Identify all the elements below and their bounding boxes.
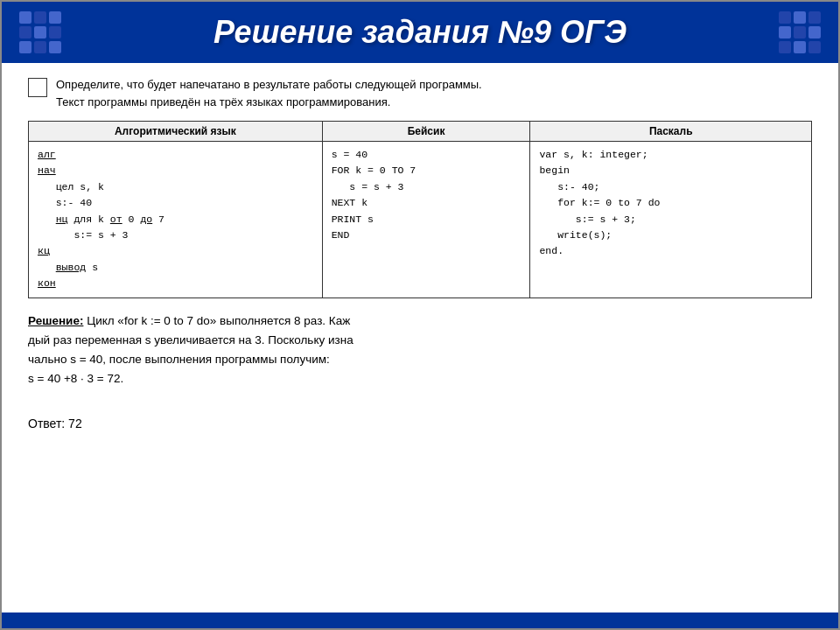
code-row: алг нач цел s, k s:- 40 нц для k от 0 до…	[29, 142, 812, 298]
code-line: нач	[38, 163, 313, 178]
code-line: END	[332, 228, 522, 243]
header: Решение задания №9 ОГЭ	[2, 2, 838, 63]
col1-header: Алгоритмический язык	[29, 122, 323, 142]
dot	[49, 26, 61, 38]
task-checkbox	[28, 78, 47, 97]
col2-header: Бейсик	[322, 122, 530, 142]
code-line: end.	[539, 243, 802, 259]
dot	[808, 41, 821, 53]
answer-section: Ответ: 72	[28, 416, 812, 431]
code-line: кон	[38, 276, 313, 291]
code-line: var s, k: integer;	[539, 147, 802, 163]
dot	[808, 26, 821, 38]
col1-code: алг нач цел s, k s:- 40 нц для k от 0 до…	[29, 142, 323, 298]
code-line: begin	[539, 163, 802, 178]
dot	[19, 26, 32, 38]
code-line: s:- 40	[38, 195, 313, 211]
code-line: нц для k от 0 до 7	[38, 212, 313, 228]
code-line: s:= s + 3	[38, 228, 313, 243]
task-text: Определите, что будет напечатано в резул…	[56, 76, 482, 110]
solution-text: Решение: Цикл «for k := 0 to 7 do» вы­по…	[28, 312, 812, 389]
solution-label: Решение:	[28, 314, 83, 327]
dot	[779, 41, 791, 53]
code-line: цел s, k	[38, 179, 313, 195]
answer-label: Ответ: 72	[28, 416, 82, 430]
dot	[49, 11, 61, 24]
dot	[34, 26, 46, 38]
dot	[808, 11, 821, 24]
code-table-wrapper: Алгоритмический язык Бейсик Паскаль алг …	[28, 121, 812, 298]
code-line: NEXT k	[332, 195, 522, 211]
code-line: write(s);	[539, 228, 802, 243]
dot	[34, 11, 46, 24]
code-line: алг	[38, 147, 313, 163]
code-line: вывод s	[38, 260, 313, 276]
page-title: Решение задания №9 ОГЭ	[61, 14, 779, 51]
dot	[779, 26, 791, 38]
dot	[19, 41, 32, 53]
dot	[49, 41, 61, 53]
code-line: s = 40	[332, 147, 522, 163]
task-line1: Определите, что будет напечатано в резул…	[56, 78, 482, 91]
code-line: PRINT s	[332, 212, 522, 228]
header-dots-left	[19, 11, 61, 53]
dot	[794, 11, 806, 24]
header-dots-right	[779, 11, 821, 53]
col2-code: s = 40 FOR k = 0 TO 7 s = s + 3 NEXT k P…	[322, 142, 530, 298]
dot	[19, 11, 32, 24]
code-line: s = s + 3	[332, 179, 522, 195]
code-line: s:= s + 3;	[539, 212, 802, 228]
footer-bar	[2, 612, 838, 628]
code-line: кц	[38, 243, 313, 259]
code-line: for k:= 0 to 7 do	[539, 195, 802, 211]
dot	[34, 41, 46, 53]
task-line2: Текст программы приведён на трёх языках …	[56, 95, 390, 108]
col3-code: var s, k: integer; begin s:- 40; for k:=…	[530, 142, 812, 298]
code-line: FOR k = 0 TO 7	[332, 163, 522, 178]
task-description: Определите, что будет напечатано в резул…	[28, 76, 812, 110]
main-content: Определите, что будет напечатано в резул…	[2, 63, 838, 612]
dot	[794, 26, 806, 38]
col3-header: Паскаль	[530, 122, 812, 142]
code-table: Алгоритмический язык Бейсик Паскаль алг …	[28, 121, 812, 298]
page-container: Решение задания №9 ОГЭ Определите, что б…	[0, 0, 840, 630]
dot	[794, 41, 806, 53]
code-line: s:- 40;	[539, 179, 802, 195]
dot	[779, 11, 791, 24]
